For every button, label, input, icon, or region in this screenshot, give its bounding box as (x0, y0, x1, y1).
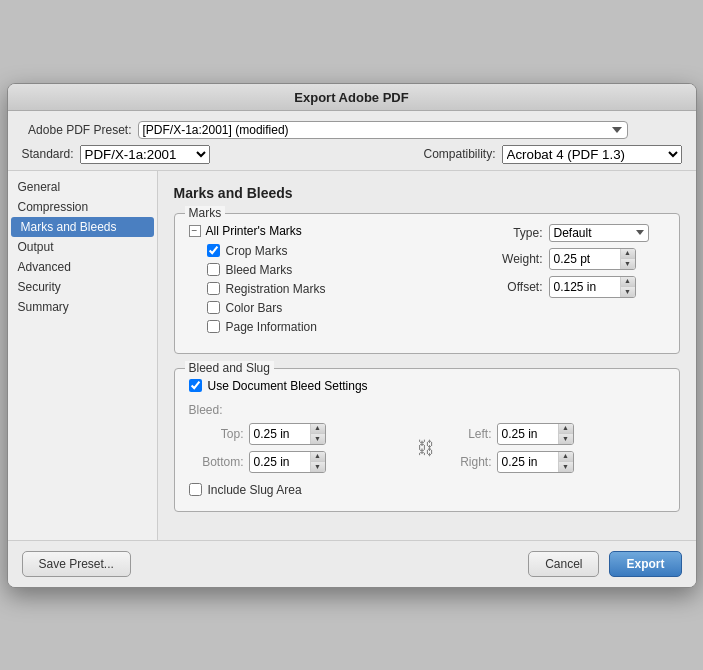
registration-marks-row: Registration Marks (207, 282, 465, 296)
include-slug-label: Include Slug Area (208, 483, 302, 497)
bleed-grid: Top: ▲ ▼ Left: (189, 423, 665, 473)
bleed-left-label: Left: (437, 427, 492, 441)
top-bar: Adobe PDF Preset: [PDF/X-1a:2001] (modif… (8, 111, 696, 171)
bleed-right-down-button[interactable]: ▼ (559, 462, 573, 472)
cancel-button[interactable]: Cancel (528, 551, 599, 577)
bleed-top-label: Top: (189, 427, 244, 441)
main-content: Marks and Bleeds Marks − All Printer's M… (158, 171, 696, 540)
sidebar-item-security[interactable]: Security (8, 277, 157, 297)
include-slug-row: Include Slug Area (189, 483, 665, 497)
export-pdf-dialog: Export Adobe PDF Adobe PDF Preset: [PDF/… (7, 83, 697, 588)
sidebar: General Compression Marks and Bleeds Out… (8, 171, 158, 540)
bleed-left-down-button[interactable]: ▼ (559, 434, 573, 444)
offset-up-button[interactable]: ▲ (621, 277, 635, 287)
preset-label: Adobe PDF Preset: (22, 123, 132, 137)
right-buttons: Cancel Export (528, 551, 681, 577)
compat-label: Compatibility: (423, 147, 495, 161)
registration-marks-checkbox[interactable] (207, 282, 220, 295)
bleed-left-field: Left: ▲ ▼ (437, 423, 665, 445)
preset-select[interactable]: [PDF/X-1a:2001] (modified) (138, 121, 628, 139)
content-area: General Compression Marks and Bleeds Out… (8, 171, 696, 540)
crop-marks-row: Crop Marks (207, 244, 465, 258)
bleed-right-input[interactable] (498, 453, 558, 471)
save-preset-button[interactable]: Save Preset... (22, 551, 131, 577)
dialog-title: Export Adobe PDF (294, 90, 408, 105)
bleed-left-spinner: ▲ ▼ (497, 423, 574, 445)
sidebar-item-output[interactable]: Output (8, 237, 157, 257)
include-slug-checkbox[interactable] (189, 483, 202, 496)
bleed-group: Bleed and Slug Use Document Bleed Settin… (174, 368, 680, 512)
use-doc-bleed-checkbox[interactable] (189, 379, 202, 392)
color-bars-row: Color Bars (207, 301, 465, 315)
sidebar-item-compression[interactable]: Compression (8, 197, 157, 217)
page-info-checkbox[interactable] (207, 320, 220, 333)
bleed-group-title: Bleed and Slug (185, 361, 274, 375)
bleed-right-spinner: ▲ ▼ (497, 451, 574, 473)
type-label: Type: (485, 226, 543, 240)
marks-group: Marks − All Printer's Marks Crop Marks (174, 213, 680, 354)
bleed-marks-checkbox[interactable] (207, 263, 220, 276)
marks-grid: − All Printer's Marks Crop Marks Bleed M… (189, 224, 665, 339)
bleed-top-down-button[interactable]: ▼ (311, 434, 325, 444)
bleed-marks-row: Bleed Marks (207, 263, 465, 277)
bleed-right-up-button[interactable]: ▲ (559, 452, 573, 462)
bleed-top-field: Top: ▲ ▼ (189, 423, 417, 445)
standard-label: Standard: (22, 147, 74, 161)
export-button[interactable]: Export (609, 551, 681, 577)
marks-group-title: Marks (185, 206, 226, 220)
bleed-right-field: Right: ▲ ▼ (437, 451, 665, 473)
bleed-left-up-button[interactable]: ▲ (559, 424, 573, 434)
bleed-right-label: Right: (437, 455, 492, 469)
offset-down-button[interactable]: ▼ (621, 287, 635, 297)
crop-marks-label: Crop Marks (226, 244, 288, 258)
page-info-row: Page Information (207, 320, 465, 334)
color-bars-checkbox[interactable] (207, 301, 220, 314)
bleed-bottom-down-button[interactable]: ▼ (311, 462, 325, 472)
compat-select[interactable]: Acrobat 4 (PDF 1.3) (502, 145, 682, 164)
sidebar-item-advanced[interactable]: Advanced (8, 257, 157, 277)
weight-label: Weight: (485, 252, 543, 266)
all-printers-marks-label: All Printer's Marks (206, 224, 302, 238)
bleed-bottom-spinner: ▲ ▼ (249, 451, 326, 473)
weight-up-button[interactable]: ▲ (621, 249, 635, 259)
marks-right: Type: DefaultJ-MarkRoman Weight: ▲ ▼ (485, 224, 665, 339)
bleed-marks-label: Bleed Marks (226, 263, 293, 277)
registration-marks-label: Registration Marks (226, 282, 326, 296)
offset-row: Offset: ▲ ▼ (485, 276, 665, 298)
type-select[interactable]: DefaultJ-MarkRoman (549, 224, 649, 242)
weight-spinner: ▲ ▼ (549, 248, 636, 270)
bleed-bottom-input[interactable] (250, 453, 310, 471)
crop-marks-checkbox[interactable] (207, 244, 220, 257)
bleed-bottom-up-button[interactable]: ▲ (311, 452, 325, 462)
bleed-label: Bleed: (189, 403, 665, 417)
bleed-bottom-field: Bottom: ▲ ▼ (189, 451, 417, 473)
bleed-left-input[interactable] (498, 425, 558, 443)
bleed-top-input[interactable] (250, 425, 310, 443)
title-bar: Export Adobe PDF (8, 84, 696, 111)
offset-label: Offset: (485, 280, 543, 294)
marks-left: − All Printer's Marks Crop Marks Bleed M… (189, 224, 465, 339)
color-bars-label: Color Bars (226, 301, 283, 315)
use-doc-bleed-label: Use Document Bleed Settings (208, 379, 368, 393)
weight-down-button[interactable]: ▼ (621, 259, 635, 269)
weight-input[interactable] (550, 250, 620, 268)
page-info-label: Page Information (226, 320, 317, 334)
sidebar-item-marks-and-bleeds[interactable]: Marks and Bleeds (11, 217, 154, 237)
type-row: Type: DefaultJ-MarkRoman (485, 224, 665, 242)
bleed-top-spinner: ▲ ▼ (249, 423, 326, 445)
offset-spinner: ▲ ▼ (549, 276, 636, 298)
sidebar-item-summary[interactable]: Summary (8, 297, 157, 317)
section-title: Marks and Bleeds (174, 185, 680, 201)
weight-row: Weight: ▲ ▼ (485, 248, 665, 270)
bottom-bar: Save Preset... Cancel Export (8, 540, 696, 587)
standard-select[interactable]: PDF/X-1a:2001 (80, 145, 210, 164)
sidebar-item-general[interactable]: General (8, 177, 157, 197)
collapse-button[interactable]: − (189, 225, 201, 237)
use-doc-bleed-row: Use Document Bleed Settings (189, 379, 665, 393)
offset-input[interactable] (550, 278, 620, 296)
bleed-bottom-label: Bottom: (189, 455, 244, 469)
chain-link-icon: ⛓ (417, 437, 435, 458)
all-marks-row: − All Printer's Marks (189, 224, 465, 238)
bleed-top-up-button[interactable]: ▲ (311, 424, 325, 434)
